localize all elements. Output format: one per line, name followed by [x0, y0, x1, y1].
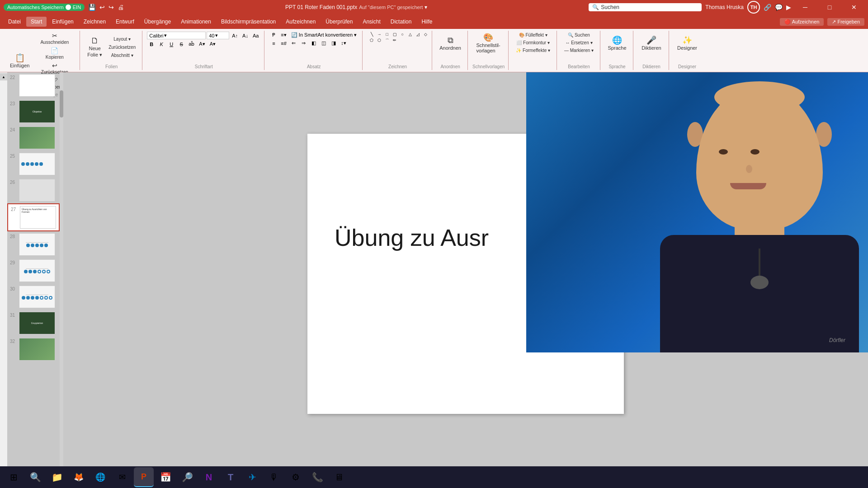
taskbar-mail[interactable]: ✉ — [112, 467, 132, 487]
redo-icon[interactable]: ↪ — [108, 4, 114, 11]
menu-dictation[interactable]: Dictation — [386, 17, 416, 27]
menu-entwurf[interactable]: Entwurf — [111, 17, 139, 27]
line-spacing-btn[interactable]: ↕▾ — [339, 40, 348, 47]
slide-item-23[interactable]: 23 Objekte — [7, 99, 60, 125]
scroll-up-button[interactable]: ▲ — [0, 73, 7, 80]
menu-hilfe[interactable]: Hilfe — [417, 17, 437, 27]
char-spacing-btn[interactable]: A▾ — [197, 41, 207, 47]
taskbar-podcast[interactable]: 🎙 — [264, 467, 284, 487]
decrease-font-btn[interactable]: A↓ — [241, 33, 250, 39]
ribbon-formeffekte[interactable]: ✨ Formeffekte ▾ — [513, 47, 553, 54]
indent-decrease-btn[interactable]: ⇐ — [289, 40, 298, 47]
ribbon-markieren[interactable]: — Markieren ▾ — [561, 47, 596, 54]
menu-aufzeichnen[interactable]: Aufzeichnen — [281, 17, 320, 27]
taskbar-telegram[interactable]: ✈ — [242, 467, 262, 487]
taskbar-search2[interactable]: 🔎 — [177, 467, 197, 487]
numbered-list-btn[interactable]: ≡# — [279, 40, 288, 47]
avatar[interactable]: TH — [747, 1, 760, 14]
comments-icon[interactable]: 💬 — [775, 4, 783, 11]
clear-format-btn[interactable]: Aa — [251, 33, 260, 39]
taskbar-powerpoint[interactable]: P — [134, 467, 154, 487]
taskbar-search[interactable]: 🔍 — [25, 467, 45, 487]
ribbon-sprache[interactable]: 🌐 Sprache — [605, 32, 629, 55]
taskbar-explorer[interactable]: 📁 — [47, 467, 67, 487]
ribbon-formkontur[interactable]: ⬜ Formkontur ▾ — [513, 39, 553, 46]
ribbon-ausschneiden[interactable]: ✂ Ausschneiden — [33, 32, 76, 46]
slide-item-30[interactable]: 30 — [7, 284, 60, 310]
ribbon-kopieren[interactable]: 📄 Kopieren — [33, 47, 76, 61]
slide-scroll-thumb[interactable] — [60, 90, 63, 117]
slide-item-28[interactable]: 28 — [7, 231, 60, 258]
text-align-btn[interactable]: ≡▾ — [279, 32, 288, 38]
slide-item-32[interactable]: 32 — [7, 336, 60, 362]
taskbar-teams[interactable]: T — [221, 467, 241, 487]
slide-scrollbar[interactable] — [60, 72, 63, 475]
slide-item-31[interactable]: 31 Gruppierten — [7, 310, 60, 336]
search-bar[interactable]: 🔍 Suchen — [589, 3, 702, 11]
slide-item-27[interactable]: 27 Übung zu Ausrichten von Formen — [7, 203, 60, 231]
increase-font-btn[interactable]: A↑ — [230, 33, 240, 39]
taskbar-settings2[interactable]: ⚙ — [286, 467, 306, 487]
close-button[interactable]: ✕ — [844, 0, 864, 14]
menu-start[interactable]: Start — [26, 17, 47, 27]
slide-item-25[interactable]: 25 — [7, 151, 60, 177]
undo-icon[interactable]: ↩ — [99, 4, 105, 11]
taskbar-screen[interactable]: 🖥 — [329, 467, 349, 487]
print-icon[interactable]: 🖨 — [118, 4, 124, 11]
menu-übergänge[interactable]: Übergänge — [140, 17, 175, 27]
menu-bildschirmpräsentation[interactable]: Bildschirmpräsentation — [217, 17, 280, 27]
shape-freeform[interactable]: ✏ — [390, 38, 399, 44]
ribbon-zurücksetzen2[interactable]: Zurücksetzen — [106, 44, 138, 51]
menu-animationen[interactable]: Animationen — [176, 17, 216, 27]
taskbar-chrome[interactable]: 🌐 — [90, 467, 110, 487]
ribbon-ersetzen[interactable]: ↔ Ersetzen ▾ — [561, 39, 596, 46]
text-direction-btn[interactable]: Ᵽ — [269, 32, 278, 38]
ribbon-fülleffekt[interactable]: 🎨 Fülleffekt ▾ — [513, 32, 553, 38]
align-center-btn[interactable]: ◫ — [319, 40, 328, 47]
menu-datei[interactable]: Datei — [4, 17, 25, 27]
slide-item-24[interactable]: 24 — [7, 125, 60, 151]
ribbon-suchen[interactable]: 🔍 Suchen — [561, 32, 596, 38]
share-icon[interactable]: 🔗 — [764, 4, 771, 11]
ribbon-neue-folie[interactable]: 🗋 Neue Folie ▾ — [85, 35, 105, 59]
slide-item-29[interactable]: 29 — [7, 258, 60, 284]
ribbon-einfügen[interactable]: 📋 Einfügen — [7, 49, 32, 73]
taskbar-phone[interactable]: 📞 — [307, 467, 327, 487]
slide-item-22[interactable]: 22 — [7, 72, 60, 99]
ribbon-diktieren[interactable]: 🎤 Diktieren — [638, 32, 665, 55]
slide-item-26[interactable]: 26 — [7, 177, 60, 203]
italic-btn[interactable]: K — [157, 41, 166, 47]
save-icon[interactable]: 💾 — [88, 4, 96, 11]
menu-zeichnen[interactable]: Zeichnen — [79, 17, 110, 27]
minimize-button[interactable]: ─ — [795, 0, 816, 14]
font-color-btn[interactable]: A▾ — [208, 41, 217, 47]
menu-überprüfen[interactable]: Überprüfen — [321, 17, 357, 27]
bold-btn[interactable]: B — [147, 41, 156, 47]
dropdown-chevron[interactable]: ▾ — [425, 4, 427, 10]
menu-einfügen[interactable]: Einfügen — [47, 17, 78, 27]
indent-increase-btn[interactable]: ⇒ — [299, 40, 308, 47]
maximize-button[interactable]: □ — [819, 0, 840, 14]
taskbar-calendar[interactable]: 📅 — [156, 467, 175, 487]
taskbar-firefox[interactable]: 🦊 — [69, 467, 89, 487]
shadow-btn[interactable]: ab̈ — [187, 41, 196, 47]
menu-ansicht[interactable]: Ansicht — [358, 17, 385, 27]
present-icon[interactable]: ▶ — [786, 4, 791, 11]
font-name-select[interactable]: Calibri ▾ — [147, 32, 206, 39]
bullet-list-btn[interactable]: ≡ — [269, 40, 278, 47]
align-left-btn[interactable]: ◧ — [309, 40, 318, 47]
taskbar-onenote[interactable]: N — [199, 467, 219, 487]
autosave-toggle[interactable]: Automatisches Speichern EIN — [4, 4, 85, 11]
start-button[interactable]: ⊞ — [4, 467, 24, 487]
strikethrough-btn[interactable]: S — [177, 41, 186, 47]
shape-diamond[interactable]: ◇ — [421, 32, 430, 37]
ribbon-schnellvorlagen[interactable]: 🎨 Schnellstil-vorlagen — [472, 32, 504, 55]
ribbon-abschnitt[interactable]: Abschnitt ▾ — [106, 52, 138, 59]
aufzeichnen-button[interactable]: 🔴 Aufzeichnen — [780, 18, 824, 26]
font-size-select[interactable]: 40 ▾ — [207, 32, 229, 39]
freigeben-button[interactable]: ↗ Freigeben — [827, 18, 864, 26]
ribbon-designer[interactable]: ✨ Designer — [674, 32, 701, 55]
ribbon-layout[interactable]: Layout ▾ — [106, 36, 138, 42]
align-right-btn[interactable]: ◨ — [329, 40, 338, 47]
ribbon-anordnen[interactable]: ⧉ Anordnen — [437, 32, 464, 55]
